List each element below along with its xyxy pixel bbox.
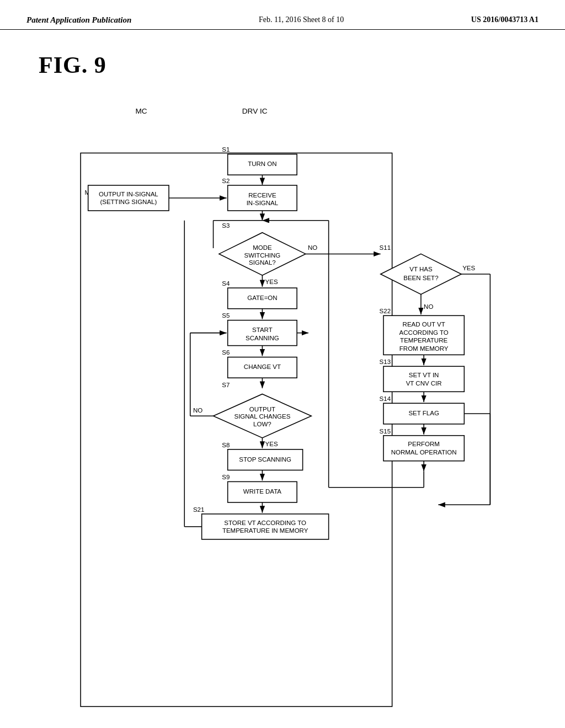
read-out-text-1: READ OUT VT — [403, 321, 445, 328]
output-in-signal-text-2: (SETTING SIGNAL) — [100, 199, 157, 205]
set-vt-in-text-1: SET VT IN — [409, 372, 439, 378]
s7-label: S7 — [222, 382, 230, 388]
s14-label: S14 — [380, 395, 391, 402]
figure-title: FIG. 9 — [39, 52, 565, 78]
s2-label: S2 — [222, 178, 230, 184]
svg-rect-2 — [81, 153, 392, 706]
s6-label: S6 — [222, 349, 230, 356]
svg-rect-30 — [202, 514, 329, 539]
svg-rect-46 — [383, 436, 464, 461]
s9-label: S9 — [222, 474, 230, 480]
s3-label: S3 — [222, 222, 230, 229]
mode-text-1: MODE — [253, 244, 272, 251]
vt-has-text-1: VT HAS — [409, 266, 433, 272]
header-date-sheet: Feb. 11, 2016 Sheet 8 of 10 — [259, 15, 344, 24]
s5-label: S5 — [222, 312, 230, 319]
perform-normal-text-2: NORMAL OPERATION — [391, 449, 457, 456]
output-signal-text-2: SIGNAL CHANGES — [234, 413, 290, 420]
output-in-signal-text-1: OUTPUT IN-SIGNAL — [99, 191, 158, 197]
s21-label: S21 — [193, 506, 204, 513]
gate-on-text: GATE=ON — [247, 295, 277, 301]
start-scanning-text-1: START — [252, 326, 273, 333]
s3-no-label: NO — [308, 244, 317, 251]
receive-text-1: RECEIVE — [248, 192, 276, 199]
svg-marker-33 — [381, 254, 461, 294]
set-flag-text: SET FLAG — [408, 410, 439, 416]
s15-label: S15 — [380, 428, 391, 435]
page-header: Patent Application Publication Feb. 11, … — [0, 0, 565, 30]
header-patent-number: US 2016/0043713 A1 — [471, 15, 539, 24]
output-signal-text-1: OUTPUT — [249, 406, 275, 413]
s1-label: S1 — [222, 146, 230, 153]
header-publication: Patent Application Publication — [26, 15, 131, 25]
read-out-text-4: FROM MEMORY — [399, 345, 449, 352]
read-out-text-2: ACCORDING TO — [399, 329, 449, 336]
s22-label: S22 — [380, 308, 391, 314]
s3-yes-label: YES — [265, 279, 278, 285]
stop-scanning-text: STOP SCANNING — [239, 456, 291, 463]
receive-text-2: IN-SIGNAL — [247, 200, 279, 206]
mc-label: MC — [135, 107, 147, 115]
output-signal-text-3: LOW? — [253, 421, 271, 427]
set-vt-in-text-2: VT CNV CIR — [406, 380, 442, 387]
write-data-text: WRITE DATA — [243, 488, 282, 495]
s7-yes-label: YES — [265, 441, 278, 447]
change-vt-text: CHANGE VT — [244, 363, 281, 370]
svg-rect-40 — [383, 366, 464, 392]
svg-rect-6 — [88, 185, 169, 211]
flowchart-diagram: MC DRV IC S1 TURN ON S2 RECEIVE IN-SIGNA… — [0, 84, 565, 718]
vt-has-text-2: BEEN SET? — [403, 275, 438, 281]
s7-no-label: NO — [193, 407, 202, 414]
start-scanning-text-2: SCANNING — [246, 335, 279, 341]
s13-label: S13 — [380, 358, 391, 365]
store-vt-text-1: STORE VT ACCORDING TO — [224, 520, 306, 526]
mode-text-2: SWITCHING — [244, 252, 281, 259]
turn-on-text: TURN ON — [248, 160, 276, 167]
read-out-text-3: TEMPERATURE — [400, 337, 447, 344]
mode-text-3: SIGNAL? — [249, 259, 276, 266]
s11-label: S11 — [380, 244, 391, 251]
s8-label: S8 — [222, 442, 230, 448]
perform-normal-text-1: PERFORM — [408, 441, 440, 447]
store-vt-text-2: TEMPERATURE IN MEMORY — [222, 527, 308, 534]
s11-yes-label: YES — [462, 265, 475, 271]
s11-no-label: NO — [424, 303, 433, 310]
s4-label: S4 — [222, 280, 230, 287]
drv-ic-label: DRV IC — [242, 107, 268, 115]
